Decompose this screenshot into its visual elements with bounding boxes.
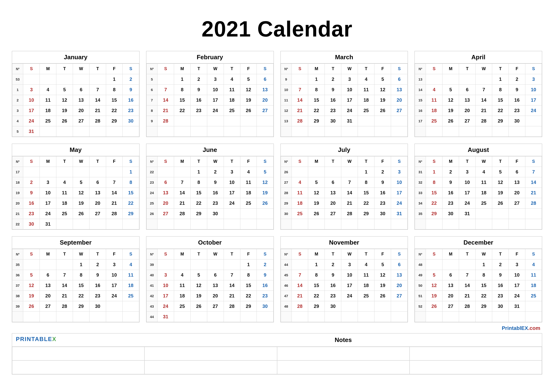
day-cell: 26 bbox=[190, 301, 207, 312]
week-number: 44 bbox=[281, 259, 291, 270]
month-name: September bbox=[12, 237, 139, 249]
day-cell: 16 bbox=[443, 188, 459, 198]
day-cell: 16 bbox=[89, 280, 106, 291]
day-cell: 22 bbox=[476, 291, 492, 301]
day-cell: 3 bbox=[341, 74, 358, 85]
week-number: 35 bbox=[12, 259, 23, 270]
day-header: W bbox=[207, 156, 224, 167]
day-header: F bbox=[509, 64, 525, 74]
week-number: 9 bbox=[146, 116, 157, 126]
week-number: 49 bbox=[415, 270, 426, 280]
day-cell: 8 bbox=[492, 85, 509, 95]
day-cell bbox=[391, 116, 408, 126]
day-header: T bbox=[224, 249, 240, 259]
day-cell: 7 bbox=[476, 85, 492, 95]
day-cell: 21 bbox=[476, 105, 492, 116]
day-cell: 3 bbox=[40, 177, 56, 188]
day-cell: 30 bbox=[207, 209, 224, 219]
day-cell bbox=[174, 259, 190, 270]
day-cell: 4 bbox=[40, 85, 56, 95]
day-cell: 25 bbox=[240, 198, 257, 209]
day-header: F bbox=[374, 156, 391, 167]
day-cell: 28 bbox=[106, 209, 122, 219]
day-cell: 28 bbox=[341, 209, 358, 219]
month-january: JanuaryNºSMTWTFS531213456789210111213141… bbox=[12, 51, 139, 137]
day-cell: 5 bbox=[73, 177, 89, 188]
day-cell: 25 bbox=[174, 301, 190, 312]
day-header: T bbox=[56, 249, 73, 259]
day-cell: 16 bbox=[122, 95, 139, 105]
month-december: DecemberNºSMTWTFS48123449567891011501213… bbox=[415, 236, 542, 322]
day-cell: 10 bbox=[106, 270, 122, 280]
day-cell bbox=[122, 301, 139, 312]
day-header: S bbox=[157, 156, 174, 167]
day-cell: 16 bbox=[374, 188, 391, 198]
day-cell: 27 bbox=[509, 198, 525, 209]
day-cell: 18 bbox=[525, 280, 542, 291]
day-cell bbox=[89, 167, 106, 177]
month-table: NºSMTWTFS4812344956789101150121314151617… bbox=[415, 249, 542, 322]
day-cell: 5 bbox=[23, 270, 40, 280]
day-cell: 7 bbox=[525, 167, 542, 177]
day-cell: 28 bbox=[157, 116, 174, 126]
week-number: 52 bbox=[415, 301, 426, 312]
day-header: T bbox=[89, 249, 106, 259]
day-cell: 4 bbox=[240, 167, 257, 177]
day-header: S bbox=[525, 249, 542, 259]
day-cell: 25 bbox=[40, 116, 56, 126]
day-cell: 21 bbox=[459, 291, 476, 301]
day-cell: 22 bbox=[190, 198, 207, 209]
day-cell: 31 bbox=[459, 209, 476, 219]
day-cell bbox=[257, 219, 273, 229]
month-table: NºSMTWTFS2612327456789102811121314151617… bbox=[281, 156, 408, 229]
day-cell: 6 bbox=[257, 74, 273, 85]
day-cell: 16 bbox=[257, 280, 273, 291]
day-cell: 29 bbox=[476, 301, 492, 312]
day-cell bbox=[341, 126, 358, 137]
week-number: 51 bbox=[415, 291, 426, 301]
day-header: S bbox=[23, 156, 40, 167]
day-cell: 24 bbox=[341, 291, 358, 301]
week-number-header: Nº bbox=[146, 64, 157, 74]
day-cell: 12 bbox=[374, 270, 391, 280]
week-number: 46 bbox=[281, 280, 291, 291]
day-cell: 19 bbox=[492, 188, 509, 198]
day-cell: 31 bbox=[40, 219, 56, 229]
day-cell: 21 bbox=[106, 198, 122, 209]
day-cell: 7 bbox=[106, 177, 122, 188]
day-cell bbox=[459, 126, 476, 137]
day-cell: 13 bbox=[89, 188, 106, 198]
day-cell: 4 bbox=[476, 167, 492, 177]
day-cell bbox=[509, 209, 525, 219]
week-number-header: Nº bbox=[12, 249, 23, 259]
day-cell: 2 bbox=[374, 167, 391, 177]
day-cell: 7 bbox=[341, 177, 358, 188]
day-cell: 7 bbox=[174, 177, 190, 188]
day-cell: 5 bbox=[56, 85, 73, 95]
week-number: 9 bbox=[281, 74, 291, 85]
day-cell: 15 bbox=[122, 188, 139, 198]
day-cell: 2 bbox=[257, 259, 273, 270]
day-cell: 29 bbox=[308, 116, 325, 126]
day-cell: 29 bbox=[190, 209, 207, 219]
day-cell: 30 bbox=[325, 116, 341, 126]
day-cell bbox=[89, 74, 106, 85]
day-cell bbox=[476, 312, 492, 322]
day-cell bbox=[207, 219, 224, 229]
day-cell bbox=[89, 312, 106, 322]
day-cell: 28 bbox=[89, 116, 106, 126]
day-cell: 7 bbox=[56, 270, 73, 280]
month-name: March bbox=[281, 51, 408, 63]
day-cell: 14 bbox=[174, 188, 190, 198]
day-cell bbox=[426, 74, 443, 85]
day-cell bbox=[426, 126, 443, 137]
week-number-header: Nº bbox=[146, 156, 157, 167]
day-cell: 11 bbox=[291, 188, 308, 198]
day-cell: 17 bbox=[459, 188, 476, 198]
day-cell: 7 bbox=[459, 270, 476, 280]
day-cell bbox=[443, 74, 459, 85]
day-cell bbox=[224, 312, 240, 322]
day-cell: 22 bbox=[240, 291, 257, 301]
day-cell: 16 bbox=[190, 95, 207, 105]
week-number-header: Nº bbox=[281, 64, 291, 74]
